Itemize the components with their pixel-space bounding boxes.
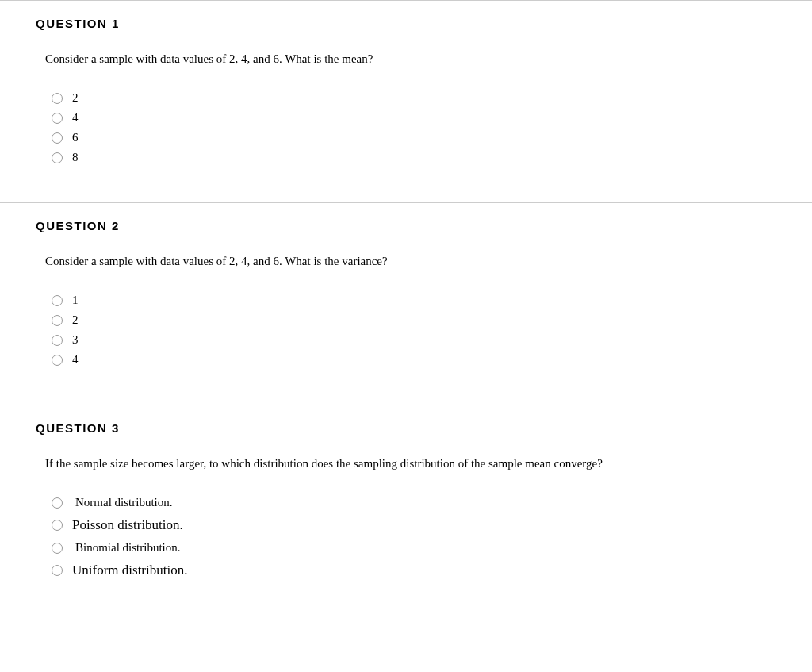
option-label: 8: [72, 151, 79, 164]
option-label: 4: [72, 111, 79, 125]
option-row: 1: [52, 294, 812, 307]
radio-option[interactable]: [52, 335, 63, 346]
options-list: 1 2 3 4: [52, 294, 812, 367]
option-row: Uniform distribution.: [52, 563, 812, 578]
option-label: Poisson distribution.: [72, 517, 183, 533]
radio-option[interactable]: [52, 132, 63, 144]
option-row: Poisson distribution.: [52, 517, 812, 533]
option-label: Uniform distribution.: [72, 563, 187, 578]
question-block-3: QUESTION 3 If the sample size becomes la…: [0, 405, 812, 618]
radio-option[interactable]: [52, 520, 63, 531]
radio-option[interactable]: [52, 565, 63, 576]
option-label: 4: [72, 353, 79, 367]
option-row: 8: [52, 151, 812, 164]
option-row: 4: [52, 353, 812, 367]
option-row: Binomial distribution.: [52, 541, 812, 555]
question-title: QUESTION 2: [36, 219, 812, 232]
options-list: Normal distribution. Poisson distributio…: [52, 496, 812, 578]
question-prompt: Consider a sample with data values of 2,…: [45, 255, 812, 268]
radio-option[interactable]: [52, 295, 63, 306]
question-title: QUESTION 3: [36, 421, 812, 435]
question-title: QUESTION 1: [36, 17, 812, 30]
option-label: Binomial distribution.: [75, 541, 181, 555]
option-row: 6: [52, 131, 812, 144]
radio-option[interactable]: [52, 113, 63, 124]
option-label: Normal distribution.: [75, 496, 173, 509]
options-list: 2 4 6 8: [52, 91, 812, 164]
radio-option[interactable]: [52, 355, 63, 366]
question-block-1: QUESTION 1 Consider a sample with data v…: [0, 0, 812, 202]
option-row: 2: [52, 91, 812, 105]
radio-option[interactable]: [52, 497, 63, 509]
radio-option[interactable]: [52, 315, 63, 326]
question-prompt: If the sample size becomes larger, to wh…: [45, 457, 812, 470]
question-prompt: Consider a sample with data values of 2,…: [45, 52, 812, 66]
option-label: 2: [72, 313, 79, 327]
option-row: 4: [52, 111, 812, 125]
option-row: 3: [52, 333, 812, 347]
radio-option[interactable]: [52, 543, 63, 554]
option-row: 2: [52, 313, 812, 327]
option-label: 2: [72, 91, 79, 105]
option-label: 3: [72, 333, 79, 347]
radio-option[interactable]: [52, 93, 63, 104]
question-block-2: QUESTION 2 Consider a sample with data v…: [0, 202, 812, 405]
option-label: 1: [72, 294, 79, 307]
option-row: Normal distribution.: [52, 496, 812, 509]
option-label: 6: [72, 131, 79, 144]
radio-option[interactable]: [52, 152, 63, 163]
